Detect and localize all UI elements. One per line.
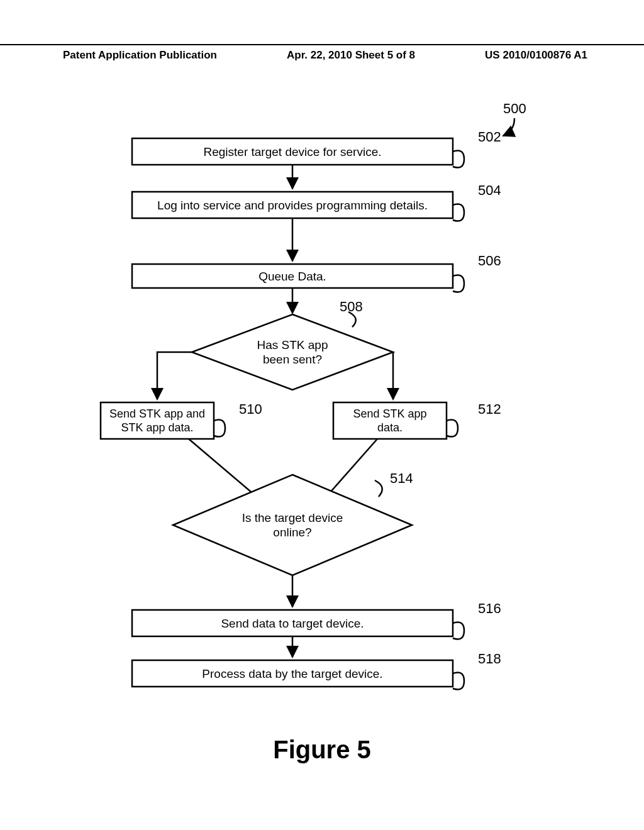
header-right: US 2010/0100876 A1 bbox=[485, 49, 587, 62]
label-512: 512 bbox=[478, 401, 501, 417]
label-506: 506 bbox=[478, 253, 501, 268]
label-508: 508 bbox=[340, 299, 363, 314]
box-512-l2: data. bbox=[377, 421, 402, 434]
decision-stk-sent-l1: Has STK app bbox=[257, 338, 328, 351]
box-register-text: Register target device for service. bbox=[203, 145, 381, 158]
decision-stk-sent bbox=[192, 314, 393, 390]
decision-online bbox=[173, 475, 412, 575]
box-512-l1: Send STK app bbox=[353, 407, 426, 420]
label-502: 502 bbox=[478, 129, 501, 145]
box-518-text: Process data by the target device. bbox=[202, 667, 382, 680]
label-504: 504 bbox=[478, 182, 501, 198]
label-518: 518 bbox=[478, 651, 501, 667]
header-left: Patent Application Publication bbox=[63, 49, 217, 62]
decision-stk-sent-l2: been sent? bbox=[263, 353, 322, 366]
box-queue-text: Queue Data. bbox=[258, 270, 326, 283]
flowchart: 500 Register target device for service. … bbox=[0, 88, 644, 719]
box-510-l1: Send STK app and bbox=[109, 407, 205, 420]
arrow-508-510 bbox=[157, 352, 192, 399]
page-header: Patent Application Publication Apr. 22, … bbox=[0, 44, 644, 62]
label-514: 514 bbox=[390, 470, 413, 486]
label-510: 510 bbox=[239, 401, 262, 417]
box-login-text: Log into service and provides programmin… bbox=[157, 199, 428, 212]
decision-online-l1: Is the target device bbox=[242, 511, 343, 524]
box-510-l2: STK app data. bbox=[121, 421, 193, 434]
decision-online-l2: online? bbox=[273, 526, 311, 539]
box-516-text: Send data to target device. bbox=[221, 617, 364, 630]
header-center: Apr. 22, 2010 Sheet 5 of 8 bbox=[287, 49, 415, 62]
label-516: 516 bbox=[478, 600, 501, 616]
label-500: 500 bbox=[503, 101, 526, 116]
figure-caption: Figure 5 bbox=[0, 736, 644, 764]
